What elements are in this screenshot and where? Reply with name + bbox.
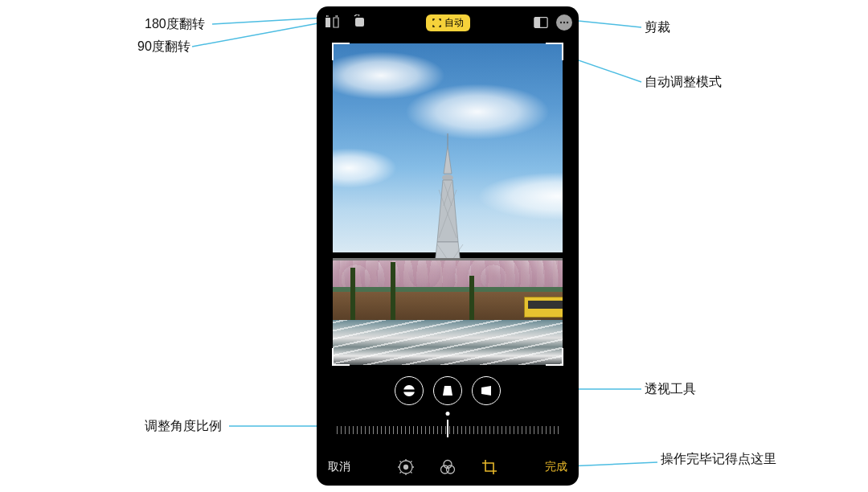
straighten-button[interactable] [395,376,424,405]
more-button[interactable] [556,14,572,31]
bottom-toolbar: 取消 完成 [317,449,579,486]
svg-line-25 [400,472,402,474]
svg-line-22 [400,461,402,463]
phone-frame: 自动 [317,6,579,486]
adjust-mode-button[interactable] [397,458,415,476]
svg-point-11 [563,22,565,23]
vertical-perspective-button[interactable] [433,376,462,405]
crop-handle-bl[interactable] [332,348,350,366]
top-toolbar: 自动 [317,6,579,39]
crop-mode-button[interactable] [481,458,498,476]
rotate-90-button[interactable] [352,14,366,29]
done-button[interactable]: 完成 [545,460,567,474]
annotation-perspective: 透视工具 [645,381,696,398]
crop-handle-tr[interactable] [546,43,563,60]
svg-point-17 [404,465,408,469]
svg-point-10 [560,22,562,23]
annotation-done-hint: 操作完毕记得点这里 [661,450,776,468]
angle-ruler[interactable] [337,420,559,439]
annotation-crop: 剪裁 [645,19,670,36]
flip-horizontal-button[interactable] [325,14,339,29]
crop-handle-br[interactable] [546,348,563,366]
annotation-auto-adjust: 自动调整模式 [645,74,722,91]
auto-adjust-label: 自动 [444,16,464,30]
photo-preview [333,43,563,365]
svg-line-24 [411,461,412,463]
svg-line-23 [411,472,412,474]
auto-adjust-button[interactable]: 自动 [426,14,470,31]
svg-rect-7 [355,18,364,27]
svg-line-6 [567,462,657,466]
crop-handle-tl[interactable] [332,43,350,60]
svg-line-0 [212,18,325,24]
ruler-center-dot [446,412,450,416]
horizontal-perspective-button[interactable] [472,376,501,405]
crop-stage[interactable] [333,43,563,365]
annotation-rotate-90: 90度翻转 [137,39,190,55]
cancel-button[interactable]: 取消 [328,460,350,474]
svg-rect-9 [534,18,540,28]
annotation-flip-180: 180度翻转 [145,16,205,33]
annotation-angle: 调整角度比例 [145,418,222,435]
svg-rect-15 [403,390,415,392]
ruler-ticks [337,426,559,434]
filters-mode-button[interactable] [439,458,457,476]
perspective-tools [317,376,579,405]
aspect-ratio-button[interactable] [534,15,548,30]
svg-point-12 [567,22,568,23]
